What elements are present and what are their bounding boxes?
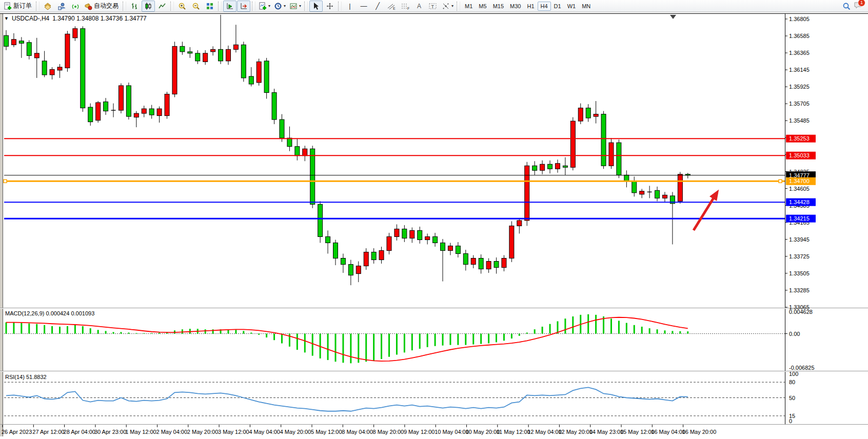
equidistant-channel-tool[interactable]: E	[385, 1, 398, 12]
autotrade-button[interactable]: 自动交易	[83, 1, 121, 12]
chart-shift-icon	[240, 2, 248, 10]
separator	[123, 2, 126, 11]
support-2-price-tag-label: 1.34215	[789, 215, 810, 222]
candle-body	[50, 69, 54, 75]
orange-level-handle[interactable]	[779, 179, 782, 183]
indicators-button[interactable]: ▾	[257, 1, 272, 12]
tile-windows-button[interactable]	[203, 1, 216, 12]
orange-level-price-tag-label: 1.34700	[789, 178, 810, 184]
time-label: 9 May 12:00	[404, 429, 435, 435]
price-tick-label: 1.35485	[789, 117, 810, 124]
vertical-line-tool[interactable]: |	[343, 1, 357, 12]
price-tick-label: 1.35925	[789, 84, 810, 90]
text-label-tool[interactable]: T	[426, 1, 440, 12]
chart-canvas[interactable]: 1.368051.365851.363651.361451.359251.357…	[0, 12, 868, 439]
crosshair-button[interactable]	[323, 1, 337, 12]
candle-body	[142, 109, 146, 113]
svg-text:F: F	[407, 7, 409, 10]
chart-shift-button[interactable]	[237, 1, 250, 12]
trendline-tool[interactable]: ╱	[371, 1, 384, 12]
signals-button[interactable]	[69, 1, 82, 12]
new-order-button[interactable]: 新订单	[2, 1, 34, 12]
candle-body	[226, 49, 230, 61]
resistance-1-price-tag-label: 1.35253	[789, 135, 810, 142]
separator	[218, 2, 222, 11]
timeframe-W1[interactable]: W1	[564, 2, 579, 11]
tile-windows-icon	[206, 2, 214, 10]
candle-body	[586, 108, 590, 118]
candle-body	[203, 53, 208, 62]
arrows-tool[interactable]: ▾	[440, 1, 455, 12]
ohlc-bars-icon	[130, 2, 139, 10]
price-tick-label: 1.36365	[789, 50, 810, 56]
rsi-axis-label: 80	[789, 379, 795, 385]
candle-body	[219, 49, 223, 61]
periods-clock-icon	[274, 2, 282, 10]
market-watch-button[interactable]	[41, 1, 54, 12]
zoom-in-button[interactable]	[175, 1, 189, 12]
candle-body	[402, 229, 407, 238]
candle-body	[287, 138, 292, 147]
chart-menu-triangle-icon[interactable]: ▼	[4, 16, 9, 21]
symbol-period: USDCAD-,H4	[12, 15, 49, 22]
candle-body	[563, 166, 567, 167]
orange-level-handle[interactable]	[4, 179, 7, 183]
candle-body	[601, 114, 606, 166]
ohlc-bars-button[interactable]	[128, 1, 141, 12]
candle-body	[570, 121, 575, 167]
text-label-icon: T	[428, 2, 438, 10]
notifications-button[interactable]: 1	[854, 1, 863, 11]
candle-body	[341, 258, 345, 265]
line-chart-button[interactable]	[155, 1, 169, 12]
ohlc-values: 1.34790 1.34808 1.34736 1.34777	[52, 15, 147, 22]
candle-body	[65, 34, 70, 68]
candle-body	[640, 191, 644, 194]
text-tool[interactable]: A	[412, 1, 426, 12]
arrows-icon	[442, 2, 450, 10]
candle-body	[157, 109, 162, 116]
candle-body	[471, 258, 476, 265]
zoom-in-icon	[178, 2, 186, 10]
candle-body	[4, 35, 9, 46]
zoom-out-button[interactable]	[189, 1, 203, 12]
timeframe-M5[interactable]: M5	[476, 2, 489, 11]
timeframe-M1[interactable]: M1	[462, 2, 476, 11]
new-order-icon	[4, 2, 12, 10]
timeframe-M30[interactable]: M30	[507, 2, 524, 11]
templates-button[interactable]: ▾	[288, 1, 303, 12]
candle-body	[57, 67, 62, 70]
timeframe-D1[interactable]: D1	[551, 2, 564, 11]
candlestick-button[interactable]	[142, 1, 155, 12]
candle-body	[441, 243, 445, 251]
candle-body	[418, 230, 422, 240]
periods-button[interactable]: ▾	[272, 1, 287, 12]
candle-body	[594, 114, 598, 117]
horizontal-line-tool[interactable]: —	[357, 1, 370, 12]
time-label: 4 May 04:00	[249, 429, 280, 435]
candle-body	[617, 143, 621, 175]
cursor-button[interactable]	[309, 1, 323, 12]
timeframe-MN[interactable]: MN	[579, 2, 594, 11]
chart-window: 1.368051.365851.363651.361451.359251.357…	[0, 12, 868, 439]
new-order-label: 新订单	[13, 2, 33, 10]
dropdown-caret-icon: ▾	[284, 4, 286, 8]
chart-title: ▼ USDCAD-,H4 1.34790 1.34808 1.34736 1.3…	[4, 15, 147, 22]
auto-scroll-button[interactable]	[223, 1, 236, 12]
timeframe-H4[interactable]: H4	[538, 2, 551, 11]
time-label: 11 May 12:00	[497, 429, 530, 435]
data-window-button[interactable]	[55, 1, 68, 12]
timeframe-M15[interactable]: M15	[490, 2, 507, 11]
templates-icon	[289, 2, 298, 10]
time-label: 26 Apr 2023	[2, 429, 32, 435]
candle-body	[295, 147, 300, 156]
notification-badge: 1	[858, 0, 865, 7]
candle-body	[494, 262, 499, 268]
macd-axis-max: 0.004628	[789, 309, 813, 315]
price-tick-label: 1.33945	[789, 236, 810, 243]
candle-body	[540, 164, 545, 170]
time-label: 1 May 12:00	[125, 429, 156, 435]
fibonacci-tool[interactable]: F	[399, 1, 412, 12]
timeframe-H1[interactable]: H1	[524, 2, 537, 11]
search-icon[interactable]	[842, 2, 851, 10]
time-label: 30 Apr 23:00	[94, 429, 126, 435]
